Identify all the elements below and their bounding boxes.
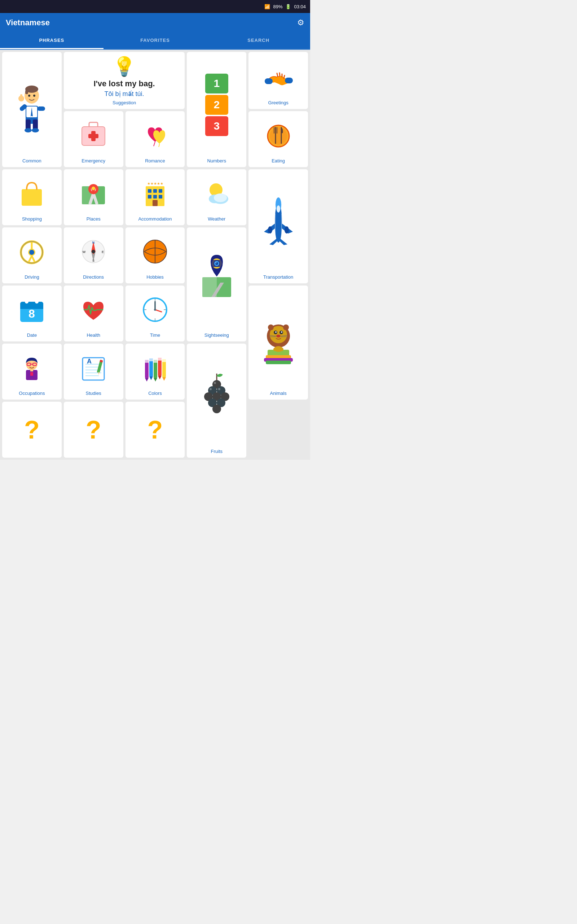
card-studies[interactable]: A Studies — [64, 344, 123, 399]
number-1: 1 — [205, 74, 228, 94]
svg-rect-47 — [159, 195, 162, 199]
wifi-icon: 📶 — [264, 4, 270, 10]
card-unknown-3[interactable]: ? — [126, 402, 185, 458]
card-eating[interactable]: Eating — [248, 111, 308, 167]
svg-point-86 — [215, 262, 216, 263]
common-icon — [4, 56, 60, 156]
svg-line-18 — [277, 73, 278, 76]
card-occupations[interactable]: Occupations — [2, 344, 62, 399]
shopping-label: Shopping — [22, 216, 42, 221]
places-icon — [66, 173, 121, 214]
transportation-icon — [251, 173, 306, 272]
card-fruits[interactable]: Fruits — [187, 344, 246, 458]
svg-text:A: A — [87, 358, 92, 365]
card-driving[interactable]: Driving — [2, 228, 62, 283]
accommodation-label: Accommodation — [138, 216, 172, 221]
greetings-icon — [251, 56, 306, 98]
svg-rect-104 — [266, 360, 291, 364]
svg-point-39 — [92, 187, 95, 190]
card-time[interactable]: Time — [126, 286, 185, 341]
lightbulb-icon: 💡 — [113, 56, 136, 78]
date-label: Date — [27, 333, 37, 338]
card-suggestion[interactable]: 💡 I've lost my bag. Tôi bị mất túi. Sugg… — [64, 52, 185, 109]
svg-point-108 — [283, 325, 289, 330]
card-shopping[interactable]: Shopping — [2, 169, 62, 225]
hobbies-icon — [128, 231, 183, 272]
battery-icon: 🔋 — [285, 4, 291, 10]
svg-rect-48 — [153, 200, 158, 206]
weather-icon — [189, 173, 244, 214]
card-greetings[interactable]: Greetings — [248, 52, 308, 109]
card-numbers[interactable]: 1 2 3 Numbers — [187, 52, 246, 167]
eating-icon — [251, 115, 306, 156]
card-transportation[interactable]: Transportation — [248, 169, 308, 283]
status-bar: 📶 89% 🔋 03:04 — [0, 0, 310, 13]
romance-label: Romance — [145, 158, 165, 163]
tab-search[interactable]: SEARCH — [206, 32, 310, 49]
card-unknown-1[interactable]: ? — [2, 402, 62, 458]
battery-text: 89% — [273, 4, 282, 10]
svg-point-119 — [273, 347, 277, 351]
svg-point-57 — [285, 226, 289, 234]
card-hobbies[interactable]: Hobbies — [126, 228, 185, 283]
svg-rect-149 — [158, 358, 161, 360]
svg-text:E: E — [102, 250, 104, 254]
card-unknown-2[interactable]: ? — [64, 402, 123, 458]
animals-icon — [251, 289, 306, 388]
svg-point-120 — [280, 347, 284, 351]
svg-rect-46 — [153, 195, 157, 199]
card-places[interactable]: Places — [64, 169, 123, 225]
svg-text:N: N — [92, 241, 95, 244]
date-icon: 8 — [4, 289, 60, 330]
svg-marker-139 — [145, 378, 148, 381]
question-icon-1: ? — [4, 405, 60, 454]
driving-icon — [4, 231, 60, 272]
common-label: Common — [23, 158, 42, 163]
svg-point-90 — [25, 300, 29, 304]
svg-rect-42 — [148, 189, 152, 193]
svg-point-111 — [275, 331, 277, 333]
transportation-label: Transportation — [263, 274, 293, 280]
svg-point-113 — [276, 334, 280, 338]
fruits-icon — [189, 347, 244, 446]
card-accommodation[interactable]: ★★★★★ Accommodation — [126, 169, 185, 225]
card-romance[interactable]: Romance — [126, 111, 185, 167]
card-health[interactable]: Health — [64, 286, 123, 341]
card-date[interactable]: 8 Date — [2, 286, 62, 341]
hobbies-label: Hobbies — [147, 274, 164, 280]
svg-rect-16 — [265, 78, 272, 84]
card-sightseeing[interactable]: Sightseeing — [187, 228, 246, 341]
svg-rect-146 — [154, 360, 157, 363]
svg-rect-2 — [33, 120, 38, 129]
card-colors[interactable]: Colors — [126, 344, 185, 399]
tab-phrases[interactable]: PHRASES — [0, 32, 103, 49]
svg-point-62 — [29, 250, 34, 255]
number-2: 2 — [205, 95, 228, 115]
card-emergency[interactable]: Emergency — [64, 111, 123, 167]
accommodation-icon: ★★★★★ — [128, 173, 183, 214]
directions-label: Directions — [83, 274, 104, 280]
studies-label: Studies — [86, 391, 102, 396]
svg-rect-25 — [89, 134, 98, 138]
tab-favorites[interactable]: FAVORITES — [103, 32, 207, 49]
card-common[interactable]: Common — [2, 52, 62, 167]
card-directions[interactable]: N S W E Directions — [64, 228, 123, 283]
card-weather[interactable]: Weather — [187, 169, 246, 225]
svg-point-11 — [33, 95, 35, 97]
romance-icon — [128, 115, 183, 156]
svg-point-10 — [28, 95, 30, 97]
svg-rect-43 — [153, 189, 157, 193]
svg-marker-145 — [154, 378, 157, 381]
time-icon — [128, 289, 183, 330]
svg-rect-1 — [26, 120, 31, 129]
svg-point-4 — [32, 128, 39, 132]
number-3: 3 — [205, 116, 228, 136]
settings-button[interactable]: ⚙ — [297, 18, 305, 27]
card-animals[interactable]: Animals — [248, 286, 308, 399]
emergency-label: Emergency — [82, 158, 105, 163]
suggestion-label: Suggestion — [113, 100, 136, 105]
svg-point-164 — [210, 388, 212, 390]
app-title: Vietnamese — [6, 18, 50, 27]
colors-icon — [128, 347, 183, 388]
svg-marker-142 — [149, 376, 153, 380]
